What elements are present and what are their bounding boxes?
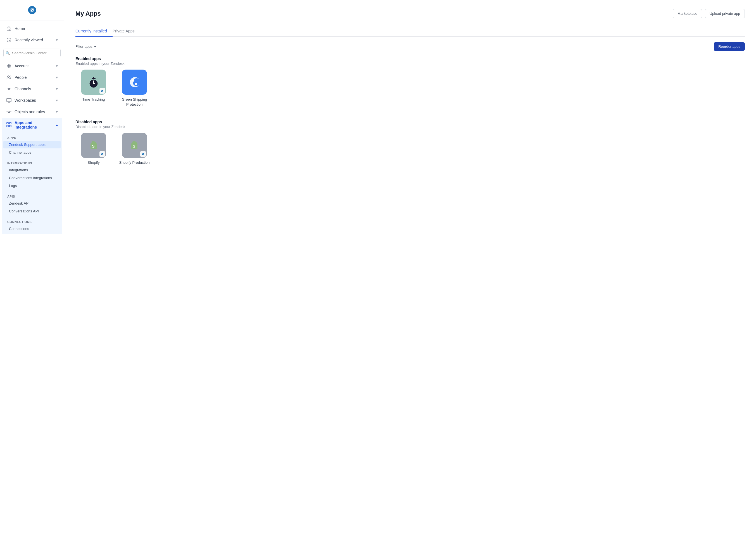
sidebar-item-channel-apps[interactable]: Channel apps <box>3 149 61 156</box>
svg-point-20 <box>93 83 94 84</box>
page-title: My Apps <box>75 10 101 17</box>
sidebar-apis-label: APIs <box>2 193 62 199</box>
filter-apps-button[interactable]: Filter apps ▾ <box>75 44 96 49</box>
chevron-down-icon: ▾ <box>56 64 58 68</box>
reorder-apps-button[interactable]: Reorder apps <box>714 42 745 51</box>
enabled-apps-subtitle: Enabled apps in your Zendesk <box>75 61 745 66</box>
sidebar-item-apps-integrations-section: Apps and integrations ▴ Apps Zendesk Sup… <box>2 118 62 234</box>
sidebar-item-objects-rules-label: Objects and rules <box>15 109 45 114</box>
tab-private-apps[interactable]: Private Apps <box>113 26 140 37</box>
svg-rect-12 <box>7 125 8 127</box>
clock-icon <box>6 37 12 43</box>
sidebar-item-people[interactable]: People ▾ <box>2 72 62 83</box>
app-name-shopify: Shopify <box>87 160 99 165</box>
svg-point-5 <box>8 76 9 77</box>
app-card-shopify-production[interactable]: S Shopify Production <box>116 133 153 165</box>
search-input[interactable] <box>3 49 61 57</box>
enabled-apps-grid: Time Tracking <box>75 70 745 107</box>
sidebar-item-people-label: People <box>15 75 27 80</box>
sidebar-apps-subsection: Apps Zendesk Support apps Channel apps <box>2 132 62 158</box>
svg-rect-2 <box>9 64 11 66</box>
sidebar-search-container: 🔍 <box>0 46 64 60</box>
disabled-apps-section: Disabled apps Disabled apps in your Zend… <box>75 120 745 165</box>
sidebar-item-channels[interactable]: Channels ▾ <box>2 83 62 94</box>
app-name-shopify-production: Shopify Production <box>119 160 149 165</box>
sidebar-item-recently-viewed-label: Recently viewed <box>15 38 43 42</box>
people-icon <box>6 75 12 80</box>
sidebar-item-zendesk-api[interactable]: Zendesk API <box>3 199 61 207</box>
filter-chevron-icon: ▾ <box>94 44 96 49</box>
app-card-green-shipping[interactable]: Green Shipping Protection <box>116 70 153 107</box>
sidebar-item-apps-integrations-label: Apps and integrations <box>15 120 53 129</box>
sidebar-item-channels-label: Channels <box>15 87 31 91</box>
chevron-down-icon: ▾ <box>56 98 58 103</box>
svg-rect-13 <box>9 125 11 127</box>
sidebar-connections-subsection: Connections Connections <box>2 216 62 234</box>
app-icon-shopify-production: S <box>122 133 147 158</box>
sidebar-item-apps-integrations[interactable]: Apps and integrations ▴ <box>2 118 62 132</box>
app-icon-time-tracking <box>81 70 106 95</box>
sidebar-connections-label: Connections <box>2 218 62 225</box>
sidebar-item-home-label: Home <box>15 26 25 31</box>
app-card-time-tracking[interactable]: Time Tracking <box>75 70 112 107</box>
filter-bar: Filter apps ▾ Reorder apps <box>75 42 745 51</box>
sidebar-item-workspaces[interactable]: Workspaces ▾ <box>2 95 62 106</box>
sidebar-apis-subsection: APIs Zendesk API Conversations API <box>2 191 62 216</box>
svg-point-25 <box>135 83 137 85</box>
upload-private-app-button[interactable]: Upload private app <box>705 9 745 18</box>
svg-point-7 <box>8 88 10 90</box>
account-icon <box>6 63 12 69</box>
tabs-bar: Currently Installed Private Apps <box>75 26 745 37</box>
svg-rect-11 <box>9 122 11 124</box>
app-card-shopify[interactable]: S Shopify <box>75 133 112 165</box>
main-content: My Apps Marketplace Upload private app C… <box>64 0 756 550</box>
zendesk-z-badge-time-tracking <box>99 88 105 94</box>
sidebar-item-account-label: Account <box>15 64 29 68</box>
workspaces-icon <box>6 97 12 103</box>
sidebar-item-conversations-integrations[interactable]: Conversations integrations <box>3 174 61 182</box>
sidebar: Home Recently viewed ▾ 🔍 Account ▾ <box>0 0 64 550</box>
app-icon-shopify: S <box>81 133 106 158</box>
section-divider <box>75 114 745 114</box>
svg-point-24 <box>132 79 134 82</box>
chevron-down-icon: ▾ <box>56 38 58 42</box>
sidebar-item-account[interactable]: Account ▾ <box>2 60 62 72</box>
sidebar-integrations-label: Integrations <box>2 160 62 166</box>
sidebar-item-connections[interactable]: Connections <box>3 225 61 232</box>
sidebar-logo <box>0 0 64 20</box>
svg-rect-15 <box>93 77 94 78</box>
sidebar-item-integrations[interactable]: Integrations <box>3 166 61 174</box>
channels-icon <box>6 86 12 92</box>
sidebar-item-zendesk-support-apps[interactable]: Zendesk Support apps <box>3 141 61 148</box>
sidebar-item-objects-rules[interactable]: Objects and rules ▾ <box>2 106 62 117</box>
svg-point-9 <box>8 111 10 113</box>
svg-text:S: S <box>133 144 135 148</box>
svg-rect-4 <box>9 66 11 68</box>
chevron-down-icon: ▾ <box>56 75 58 80</box>
svg-point-23 <box>133 78 141 86</box>
header-buttons: Marketplace Upload private app <box>673 9 745 18</box>
disabled-apps-grid: S Shopify S <box>75 133 745 165</box>
app-icon-green-shipping <box>122 70 147 95</box>
home-icon <box>6 26 12 31</box>
disabled-apps-subtitle: Disabled apps in your Zendesk <box>75 125 745 129</box>
app-name-green-shipping: Green Shipping Protection <box>116 97 153 107</box>
svg-point-6 <box>10 76 11 77</box>
apps-integrations-icon <box>6 122 12 128</box>
svg-rect-3 <box>7 66 9 68</box>
filter-apps-label: Filter apps <box>75 44 92 49</box>
enabled-apps-title: Enabled apps <box>75 56 745 61</box>
sidebar-item-home[interactable]: Home <box>2 23 62 34</box>
sidebar-item-logs[interactable]: Logs <box>3 182 61 189</box>
sidebar-item-workspaces-label: Workspaces <box>15 98 36 103</box>
sidebar-item-conversations-api[interactable]: Conversations API <box>3 207 61 215</box>
svg-rect-10 <box>7 122 8 124</box>
chevron-down-icon: ▾ <box>56 87 58 91</box>
page-header: My Apps Marketplace Upload private app <box>75 9 745 18</box>
marketplace-button[interactable]: Marketplace <box>673 9 702 18</box>
sidebar-item-recently-viewed[interactable]: Recently viewed ▾ <box>2 34 62 46</box>
tab-currently-installed[interactable]: Currently Installed <box>75 26 113 37</box>
app-name-time-tracking: Time Tracking <box>82 97 105 102</box>
sidebar-navigation: Home Recently viewed ▾ 🔍 Account ▾ <box>0 20 64 550</box>
chevron-down-icon: ▾ <box>56 109 58 114</box>
